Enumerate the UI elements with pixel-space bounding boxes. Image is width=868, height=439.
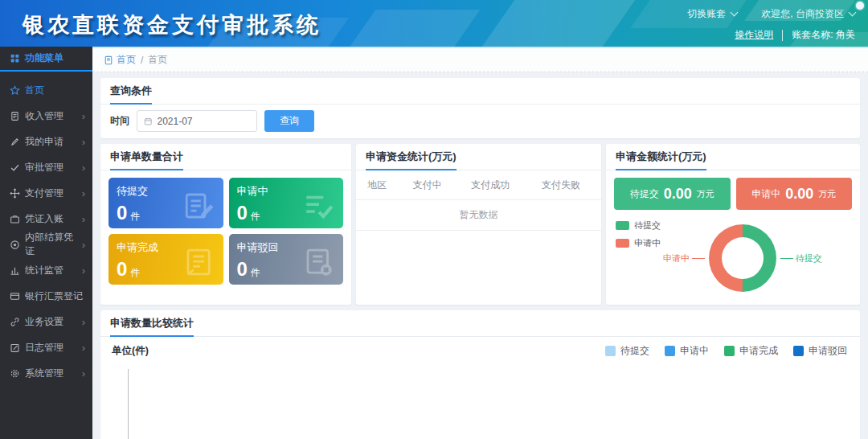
fund-panel-title: 申请资金统计(万元): [366, 150, 457, 170]
sidebar-item-payment-mgmt[interactable]: 支付管理 ›: [0, 180, 92, 206]
doc-lines-icon: [182, 245, 216, 279]
welcome-user-dropdown[interactable]: 欢迎您, 台商投资区: [761, 7, 855, 21]
check-icon: [10, 162, 20, 173]
amount-panel-title: 申请金额统计(万元): [616, 150, 706, 170]
chevron-right-icon: ›: [82, 137, 85, 147]
home-star-icon: [10, 85, 20, 96]
breadcrumb-home[interactable]: 首页: [104, 53, 136, 67]
breadcrumb-separator: /: [141, 55, 143, 66]
page-doc-icon: [104, 55, 113, 65]
card-icon: [10, 291, 20, 302]
sidebar-item-system-mgmt[interactable]: 系统管理 ›: [0, 360, 92, 386]
switch-account-dropdown[interactable]: 切换账套: [687, 7, 737, 21]
month-picker-value[interactable]: [158, 116, 251, 127]
chevron-down-icon: [731, 9, 739, 17]
header-divider: [782, 30, 783, 41]
switch-account-label: 切换账套: [687, 7, 726, 21]
compare-bar-chart-plot: [128, 369, 854, 439]
col-paying: 支付中: [402, 170, 460, 200]
legend-swatch: [605, 346, 616, 356]
doc-reject-icon: [302, 245, 336, 279]
calendar-icon: [144, 117, 153, 126]
briefcase-icon: [10, 214, 20, 224]
breadcrumb: 首页 / 首页: [92, 47, 868, 72]
stat-card-pending-submit[interactable]: 待提交 0件: [108, 178, 223, 228]
legend-swatch: [724, 346, 735, 356]
chevron-right-icon: ›: [82, 317, 85, 327]
chevron-down-icon: [849, 9, 857, 17]
legend-item-rejected[interactable]: 申请驳回: [793, 344, 847, 358]
document-icon: [10, 111, 20, 121]
sidebar: 功能菜单 首页 收入管理 › 我的申请 › 审批管理 › 支付管理 › 凭: [0, 47, 92, 439]
link-icon: [10, 317, 20, 327]
legend-item-pending-submit[interactable]: 待提交: [605, 344, 649, 358]
chevron-right-icon: ›: [82, 343, 85, 353]
sidebar-item-my-applications[interactable]: 我的申请 ›: [0, 129, 92, 154]
legend-item-completed[interactable]: 申请完成: [724, 344, 778, 358]
count-panel-title: 申请单数量合计: [110, 150, 183, 170]
target-icon: [10, 240, 20, 250]
operation-guide-link[interactable]: 操作说明: [735, 28, 773, 42]
stat-card-rejected[interactable]: 申请驳回 0件: [229, 234, 344, 285]
account-name-value: 角美: [836, 29, 855, 40]
chevron-right-icon: ›: [82, 265, 85, 276]
sidebar-item-bank-draft-register[interactable]: 银行汇票登记: [0, 283, 92, 309]
header-deco-shape: [347, 10, 480, 47]
count-compare-panel: 申请数量比较统计 单位(件) 待提交 申请中 申请完成: [100, 310, 860, 439]
query-panel-title: 查询条件: [110, 84, 152, 105]
chart-unit-label: 单位(件): [112, 344, 149, 358]
move-cross-icon: [10, 188, 20, 199]
sidebar-item-internal-settlement[interactable]: 内部结算凭证 ›: [0, 232, 92, 257]
breadcrumb-current: 首页: [148, 53, 167, 67]
amount-stats-panel: 申请金额统计(万元) 待提交 0.00 万元 申请中 0.00 万元: [606, 144, 860, 305]
main-area: 首页 / 首页 查询条件 时间 查询 申请单数量合计: [92, 47, 868, 439]
notification-dot[interactable]: [856, 2, 864, 10]
legend-swatch: [793, 346, 804, 356]
donut-ring: [709, 224, 776, 292]
compare-panel-title: 申请数量比较统计: [110, 316, 194, 337]
chevron-right-icon: ›: [82, 188, 85, 199]
empty-data-text: 暂无数据: [356, 200, 601, 231]
sidebar-item-log-mgmt[interactable]: 日志管理 ›: [0, 334, 92, 360]
fund-stats-panel: 申请资金统计(万元) 地区 支付中 支付成功 支付失败 暂无数据: [356, 144, 601, 305]
app-title: 银农直联资金支付审批系统: [23, 10, 321, 39]
sidebar-item-home[interactable]: 首页: [0, 77, 92, 103]
sidebar-item-business-settings[interactable]: 业务设置 ›: [0, 309, 92, 334]
sidebar-item-voucher-entry[interactable]: 凭证入账 ›: [0, 206, 92, 232]
col-pay-failed: 支付失败: [530, 170, 601, 200]
compare-chart-legend: 待提交 申请中 申请完成 申请驳回: [605, 344, 847, 358]
stat-card-completed[interactable]: 申请完成 0件: [108, 234, 223, 285]
amount-badge-in-progress: 申请中 0.00 万元: [736, 178, 853, 210]
legend-item-in-progress[interactable]: 申请中: [616, 237, 661, 249]
chevron-right-icon: ›: [82, 162, 85, 173]
app-header: 银农直联资金支付审批系统 切换账套 欢迎您, 台商投资区 操作说明 账套名称: …: [0, 0, 868, 47]
time-label: 时间: [110, 114, 129, 128]
sidebar-item-stats-supervision[interactable]: 统计监管 ›: [0, 257, 92, 283]
donut-label-pending: 待提交: [780, 252, 822, 265]
sidebar-item-income-mgmt[interactable]: 收入管理 ›: [0, 103, 92, 129]
query-panel: 查询条件 时间 查询: [100, 78, 860, 138]
application-count-panel: 申请单数量合计 待提交 0件 申请中 0件 申请完成 0件: [100, 144, 351, 305]
welcome-label: 欢迎您, 台商投资区: [761, 7, 844, 21]
legend-swatch: [665, 346, 675, 356]
edit-doc-icon: [182, 189, 216, 223]
bar-chart-icon: [10, 265, 20, 276]
col-region: 地区: [356, 170, 402, 200]
sidebar-menu-header: 功能菜单: [0, 47, 92, 72]
chevron-right-icon: ›: [82, 214, 85, 224]
search-button[interactable]: 查询: [264, 110, 314, 132]
legend-item-pending[interactable]: 待提交: [616, 220, 661, 232]
legend-item-in-progress[interactable]: 申请中: [665, 344, 709, 358]
fund-stats-table: 地区 支付中 支付成功 支付失败 暂无数据: [356, 170, 601, 231]
pencil-icon: [10, 137, 20, 147]
list-check-icon: [302, 189, 336, 223]
donut-label-in-progress: 申请中: [663, 252, 705, 265]
chevron-right-icon: ›: [82, 368, 85, 379]
chevron-right-icon: ›: [82, 111, 85, 121]
month-picker-input[interactable]: [137, 110, 257, 132]
stat-card-in-progress[interactable]: 申请中 0件: [229, 178, 344, 228]
amount-badge-pending: 待提交 0.00 万元: [614, 178, 731, 210]
col-pay-success: 支付成功: [460, 170, 530, 200]
grid-icon: [10, 53, 20, 64]
sidebar-item-approval-mgmt[interactable]: 审批管理 ›: [0, 154, 92, 180]
